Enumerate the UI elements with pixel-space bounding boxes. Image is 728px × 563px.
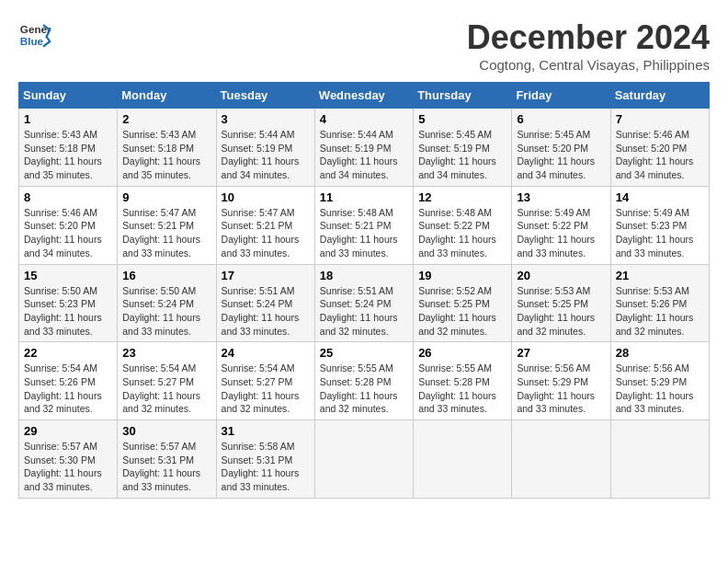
day-number: 31 xyxy=(222,424,310,438)
calendar-cell: 30Sunrise: 5:57 AMSunset: 5:31 PMDayligh… xyxy=(118,420,216,499)
calendar-cell: 2Sunrise: 5:43 AMSunset: 5:18 PMDaylight… xyxy=(118,109,216,187)
day-info: Sunrise: 5:43 AMSunset: 5:18 PMDaylight:… xyxy=(122,128,210,182)
calendar-cell: 18Sunrise: 5:51 AMSunset: 5:24 PMDayligh… xyxy=(314,264,413,342)
calendar-cell: 27Sunrise: 5:56 AMSunset: 5:29 PMDayligh… xyxy=(512,342,610,420)
day-info: Sunrise: 5:56 AMSunset: 5:29 PMDaylight:… xyxy=(517,362,605,416)
day-number: 11 xyxy=(320,190,408,204)
col-sunday: Sunday xyxy=(19,83,118,109)
day-number: 15 xyxy=(24,269,112,282)
day-info: Sunrise: 5:47 AMSunset: 5:21 PMDaylight:… xyxy=(122,206,210,260)
day-number: 9 xyxy=(122,190,210,204)
day-info: Sunrise: 5:51 AMSunset: 5:24 PMDaylight:… xyxy=(222,284,310,339)
calendar-row: 1Sunrise: 5:43 AMSunset: 5:18 PMDaylight… xyxy=(19,109,710,187)
day-number: 22 xyxy=(24,346,112,360)
day-number: 20 xyxy=(517,269,605,282)
calendar-cell: 10Sunrise: 5:47 AMSunset: 5:21 PMDayligh… xyxy=(216,186,314,264)
month-title: December 2024 xyxy=(467,18,710,57)
header: General Blue December 2024 Cogtong, Cent… xyxy=(18,18,710,73)
day-info: Sunrise: 5:48 AMSunset: 5:21 PMDaylight:… xyxy=(320,206,408,260)
day-number: 23 xyxy=(122,346,210,360)
day-info: Sunrise: 5:45 AMSunset: 5:19 PMDaylight:… xyxy=(418,128,506,182)
day-number: 3 xyxy=(222,112,310,126)
calendar-cell: 29Sunrise: 5:57 AMSunset: 5:30 PMDayligh… xyxy=(19,420,118,499)
day-number: 25 xyxy=(320,346,408,360)
day-number: 16 xyxy=(122,269,210,282)
day-info: Sunrise: 5:56 AMSunset: 5:29 PMDaylight:… xyxy=(616,362,704,416)
svg-text:Blue: Blue xyxy=(20,35,44,47)
calendar-cell: 31Sunrise: 5:58 AMSunset: 5:31 PMDayligh… xyxy=(216,420,314,499)
day-number: 7 xyxy=(616,112,704,126)
day-number: 5 xyxy=(418,112,506,126)
svg-text:General: General xyxy=(20,23,51,35)
col-saturday: Saturday xyxy=(610,83,709,109)
day-info: Sunrise: 5:54 AMSunset: 5:27 PMDaylight:… xyxy=(222,362,310,416)
day-number: 27 xyxy=(517,346,605,360)
day-info: Sunrise: 5:53 AMSunset: 5:25 PMDaylight:… xyxy=(517,284,605,339)
calendar-cell xyxy=(610,420,709,499)
calendar-cell: 6Sunrise: 5:45 AMSunset: 5:20 PMDaylight… xyxy=(512,109,610,187)
calendar-cell xyxy=(512,420,610,499)
day-info: Sunrise: 5:55 AMSunset: 5:28 PMDaylight:… xyxy=(320,362,408,416)
calendar-cell: 23Sunrise: 5:54 AMSunset: 5:27 PMDayligh… xyxy=(118,342,216,420)
day-number: 30 xyxy=(122,424,210,438)
day-info: Sunrise: 5:48 AMSunset: 5:22 PMDaylight:… xyxy=(418,206,506,260)
day-info: Sunrise: 5:54 AMSunset: 5:26 PMDaylight:… xyxy=(24,362,112,416)
day-number: 4 xyxy=(320,112,408,126)
title-area: December 2024 Cogtong, Central Visayas, … xyxy=(467,18,710,73)
calendar-header-row: Sunday Monday Tuesday Wednesday Thursday… xyxy=(19,83,710,109)
day-info: Sunrise: 5:46 AMSunset: 5:20 PMDaylight:… xyxy=(616,128,704,182)
day-info: Sunrise: 5:44 AMSunset: 5:19 PMDaylight:… xyxy=(222,128,310,182)
location-subtitle: Cogtong, Central Visayas, Philippines xyxy=(467,57,710,73)
day-number: 28 xyxy=(616,346,704,360)
day-info: Sunrise: 5:57 AMSunset: 5:30 PMDaylight:… xyxy=(24,440,112,494)
calendar-cell: 16Sunrise: 5:50 AMSunset: 5:24 PMDayligh… xyxy=(118,264,216,342)
col-monday: Monday xyxy=(118,83,216,109)
calendar-cell: 19Sunrise: 5:52 AMSunset: 5:25 PMDayligh… xyxy=(414,264,512,342)
day-number: 14 xyxy=(616,190,704,204)
day-info: Sunrise: 5:55 AMSunset: 5:28 PMDaylight:… xyxy=(418,362,506,416)
day-info: Sunrise: 5:46 AMSunset: 5:20 PMDaylight:… xyxy=(24,206,112,260)
day-number: 2 xyxy=(122,112,210,126)
day-info: Sunrise: 5:50 AMSunset: 5:23 PMDaylight:… xyxy=(24,284,112,339)
day-info: Sunrise: 5:49 AMSunset: 5:22 PMDaylight:… xyxy=(517,206,605,260)
calendar-cell xyxy=(414,420,512,499)
calendar-cell: 3Sunrise: 5:44 AMSunset: 5:19 PMDaylight… xyxy=(216,109,314,187)
col-friday: Friday xyxy=(512,83,610,109)
calendar-cell: 28Sunrise: 5:56 AMSunset: 5:29 PMDayligh… xyxy=(610,342,709,420)
calendar-cell: 24Sunrise: 5:54 AMSunset: 5:27 PMDayligh… xyxy=(216,342,314,420)
col-tuesday: Tuesday xyxy=(216,83,314,109)
day-number: 21 xyxy=(616,269,704,282)
calendar-cell: 21Sunrise: 5:53 AMSunset: 5:26 PMDayligh… xyxy=(610,264,709,342)
calendar-cell: 8Sunrise: 5:46 AMSunset: 5:20 PMDaylight… xyxy=(19,186,118,264)
day-number: 17 xyxy=(222,269,310,282)
day-info: Sunrise: 5:51 AMSunset: 5:24 PMDaylight:… xyxy=(320,284,408,339)
day-number: 24 xyxy=(222,346,310,360)
calendar-cell: 15Sunrise: 5:50 AMSunset: 5:23 PMDayligh… xyxy=(19,264,118,342)
day-number: 29 xyxy=(24,424,112,438)
day-number: 1 xyxy=(24,112,112,126)
day-number: 13 xyxy=(517,190,605,204)
day-number: 12 xyxy=(418,190,506,204)
calendar-cell: 13Sunrise: 5:49 AMSunset: 5:22 PMDayligh… xyxy=(512,186,610,264)
col-wednesday: Wednesday xyxy=(314,83,413,109)
day-info: Sunrise: 5:53 AMSunset: 5:26 PMDaylight:… xyxy=(616,284,704,339)
calendar-cell xyxy=(314,420,413,499)
calendar-table: Sunday Monday Tuesday Wednesday Thursday… xyxy=(18,82,710,499)
day-info: Sunrise: 5:47 AMSunset: 5:21 PMDaylight:… xyxy=(222,206,310,260)
calendar-cell: 25Sunrise: 5:55 AMSunset: 5:28 PMDayligh… xyxy=(314,342,413,420)
day-info: Sunrise: 5:57 AMSunset: 5:31 PMDaylight:… xyxy=(122,440,210,494)
calendar-cell: 17Sunrise: 5:51 AMSunset: 5:24 PMDayligh… xyxy=(216,264,314,342)
calendar-row: 22Sunrise: 5:54 AMSunset: 5:26 PMDayligh… xyxy=(19,342,710,420)
day-number: 6 xyxy=(517,112,605,126)
day-info: Sunrise: 5:50 AMSunset: 5:24 PMDaylight:… xyxy=(122,284,210,339)
calendar-cell: 11Sunrise: 5:48 AMSunset: 5:21 PMDayligh… xyxy=(314,186,413,264)
day-info: Sunrise: 5:43 AMSunset: 5:18 PMDaylight:… xyxy=(24,128,112,182)
calendar-row: 8Sunrise: 5:46 AMSunset: 5:20 PMDaylight… xyxy=(19,186,710,264)
day-info: Sunrise: 5:44 AMSunset: 5:19 PMDaylight:… xyxy=(320,128,408,182)
day-info: Sunrise: 5:54 AMSunset: 5:27 PMDaylight:… xyxy=(122,362,210,416)
day-number: 19 xyxy=(418,269,506,282)
calendar-cell: 20Sunrise: 5:53 AMSunset: 5:25 PMDayligh… xyxy=(512,264,610,342)
calendar-cell: 7Sunrise: 5:46 AMSunset: 5:20 PMDaylight… xyxy=(610,109,709,187)
day-number: 10 xyxy=(222,190,310,204)
calendar-cell: 26Sunrise: 5:55 AMSunset: 5:28 PMDayligh… xyxy=(414,342,512,420)
